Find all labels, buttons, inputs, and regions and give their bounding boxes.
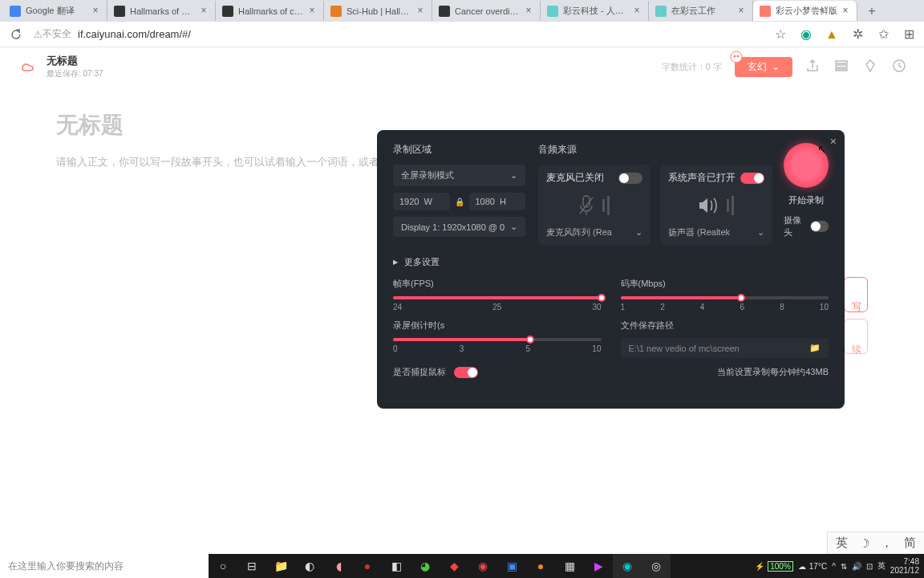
firefox-icon[interactable]: ●	[526, 554, 555, 578]
width-input[interactable]: 1920W	[393, 193, 450, 210]
browser-tab[interactable]: 在彩云工作×	[649, 1, 753, 21]
close-icon[interactable]: ×	[524, 6, 533, 16]
obs-icon[interactable]: ◎	[642, 554, 671, 578]
app-icon[interactable]: ●	[353, 554, 382, 578]
browser-tab[interactable]: Sci-Hub | Hallma…×	[324, 1, 432, 21]
tab-title: Sci-Hub | Hallma…	[346, 6, 412, 16]
height-input[interactable]: 1080H	[469, 193, 526, 210]
speaker-toggle[interactable]	[740, 173, 764, 184]
taskview-icon[interactable]: ⊟	[237, 554, 266, 578]
edge-icon[interactable]: ◉	[613, 554, 642, 578]
app-icon[interactable]: ▦	[555, 554, 584, 578]
lock-icon[interactable]: 🔒	[455, 197, 464, 206]
browser-tab[interactable]: Hallmarks of can…×	[216, 1, 324, 21]
weather-indicator[interactable]: ☁17°C	[798, 562, 827, 571]
new-tab-button[interactable]: +	[862, 2, 881, 21]
moon-icon[interactable]: ☽	[859, 536, 869, 551]
app-logo-icon[interactable]	[16, 55, 38, 78]
close-icon[interactable]: ×	[736, 6, 746, 16]
close-icon[interactable]: ×	[307, 6, 317, 16]
app-icon[interactable]: ▣	[497, 554, 526, 578]
app-icon[interactable]: ▶	[584, 554, 613, 578]
close-icon[interactable]: ×	[830, 135, 837, 148]
mic-toggle[interactable]	[618, 173, 642, 184]
comma-icon[interactable]: ，	[881, 535, 893, 551]
tick: 1	[621, 303, 626, 311]
style-select-button[interactable]: 玄幻 ⌄	[735, 57, 792, 77]
speaker-device-select[interactable]: 扬声器 (Realtek⌄	[668, 226, 764, 238]
close-icon[interactable]: ×	[415, 6, 425, 16]
taskbar-search[interactable]: 在这里输入你要搜索的内容	[0, 554, 209, 578]
reload-icon[interactable]	[8, 26, 24, 43]
folder-icon[interactable]: 📁	[809, 343, 821, 353]
close-icon[interactable]: ×	[632, 6, 642, 16]
side-action-button[interactable]: 写	[844, 277, 868, 312]
steam-icon[interactable]: ◐	[295, 554, 324, 578]
ime-bar[interactable]: 英 ☽ ， 简	[827, 531, 924, 554]
mic-device-select[interactable]: 麦克风阵列 (Rea⌄	[546, 226, 642, 238]
tick: 8	[780, 303, 784, 311]
browser-tab[interactable]: Cancer overdiagn…×	[432, 1, 541, 21]
app-header: 无标题 最近保存: 07:37 字数统计：0 字 玄幻 ⌄	[0, 47, 924, 86]
close-icon[interactable]: ×	[199, 6, 209, 16]
close-icon[interactable]: ×	[841, 6, 850, 16]
app-icon[interactable]: ◖	[324, 554, 353, 578]
diamond-icon[interactable]	[863, 59, 879, 75]
security-badge[interactable]: ⚠ 不安全	[34, 27, 71, 41]
tray-chevron-icon[interactable]: ^	[832, 562, 836, 571]
app-icon[interactable]: ◉	[468, 554, 497, 578]
tick: 2	[660, 303, 665, 311]
browser-tab[interactable]: Google 翻译×	[3, 1, 107, 21]
tick: 25	[492, 303, 501, 311]
cortana-icon[interactable]: ○	[209, 554, 237, 578]
tray-icon[interactable]: ⊡	[866, 562, 873, 571]
ime-indicator[interactable]: 英	[877, 560, 886, 572]
extension-icon[interactable]: ▲	[825, 27, 839, 42]
start-record-button[interactable]	[784, 143, 829, 188]
collections-icon[interactable]: ⊞	[902, 27, 916, 42]
security-text: 不安全	[43, 27, 71, 41]
favorites-icon[interactable]: ✩	[876, 27, 890, 42]
wechat-icon[interactable]: ◕	[411, 554, 440, 578]
mic-panel: 麦克风已关闭 麦克风阵列 (Rea⌄	[538, 165, 650, 245]
mic-icon	[578, 194, 594, 217]
clock-time: 7:48	[890, 557, 919, 566]
taskbar-clock[interactable]: 7:482021/12	[890, 557, 919, 575]
ime-extra[interactable]: 简	[904, 535, 916, 551]
bitrate-slider[interactable]	[621, 296, 829, 299]
countdown-slider[interactable]	[393, 338, 602, 341]
capture-cursor-toggle[interactable]	[454, 367, 478, 378]
browser-tab[interactable]: 彩云科技 - 人工智…×	[541, 1, 649, 21]
url-text[interactable]: if.caiyunai.com/dream/#/	[78, 28, 773, 40]
level-bars-icon	[727, 196, 735, 215]
layout-icon[interactable]	[834, 59, 850, 75]
tick: 6	[740, 303, 745, 311]
wifi-icon[interactable]: ⇅	[841, 562, 847, 571]
svg-rect-12	[732, 196, 734, 215]
browser-tab-active[interactable]: 彩云小梦尝鲜版×	[753, 1, 857, 21]
h-label: H	[500, 197, 506, 206]
explorer-icon[interactable]: 📁	[266, 554, 295, 578]
app-icon[interactable]: ◧	[382, 554, 411, 578]
camera-label: 摄像头	[784, 214, 804, 238]
app-icon[interactable]: ◆	[440, 554, 468, 578]
fps-slider[interactable]	[393, 296, 602, 299]
record-mode-select[interactable]: 全屏录制模式⌄	[393, 165, 525, 186]
side-action-button[interactable]: 续	[844, 319, 868, 354]
capture-cursor-label: 是否捕捉鼠标	[393, 366, 446, 378]
browser-tab[interactable]: Hallmarks of Can…×	[107, 1, 216, 21]
close-icon[interactable]: ×	[91, 6, 100, 16]
battery-indicator[interactable]: ⚡100%	[755, 561, 793, 572]
history-icon[interactable]	[892, 59, 908, 75]
display-select[interactable]: Display 1: 1920x1080 @ 0⌄	[393, 217, 525, 237]
volume-icon[interactable]: 🔊	[852, 562, 861, 571]
save-path-input[interactable]: E:\1 new vedio of mc\screen📁	[621, 338, 829, 358]
camera-toggle[interactable]	[810, 221, 829, 232]
doc-title[interactable]: 无标题	[47, 54, 103, 68]
star-icon[interactable]: ☆	[773, 27, 788, 42]
ime-lang[interactable]: 英	[836, 535, 848, 551]
share-icon[interactable]	[805, 59, 821, 75]
extension-icon[interactable]: ◉	[799, 27, 813, 42]
extension-icon[interactable]: ✲	[850, 27, 865, 42]
more-settings-toggle[interactable]: ▶更多设置	[393, 256, 829, 268]
